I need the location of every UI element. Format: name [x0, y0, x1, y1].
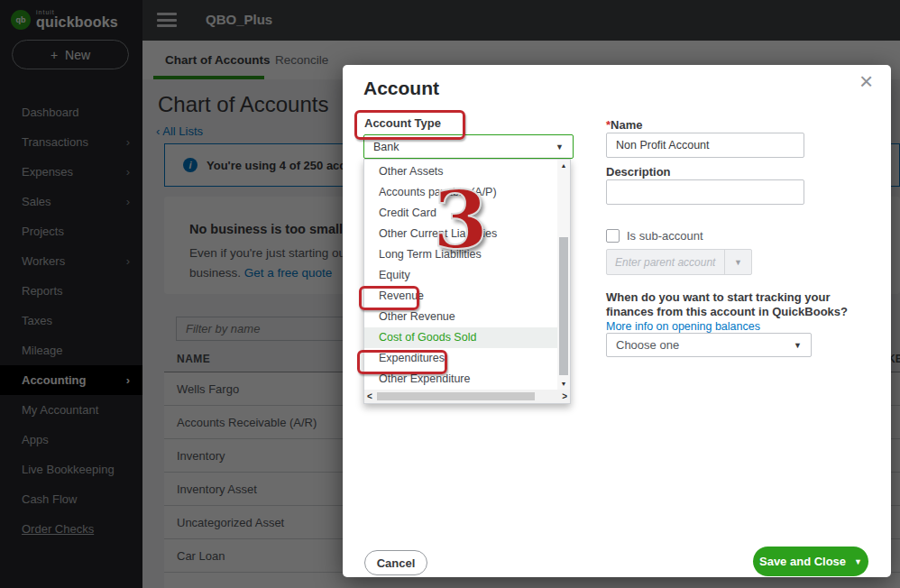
chevron-down-icon: ▼	[724, 250, 751, 274]
description-label: Description	[606, 165, 671, 179]
dropdown-item-other-revenue[interactable]: Other Revenue	[364, 307, 557, 327]
chevron-down-icon: ▼	[854, 557, 862, 566]
dropdown-item-expenditures[interactable]: Expenditures	[364, 348, 557, 369]
dropdown-item-accounts-payable[interactable]: Accounts payable (A/P)	[364, 181, 557, 202]
parent-account-placeholder: Enter parent account	[607, 256, 724, 269]
dropdown-vertical-scrollbar[interactable]: ▲ ▼	[557, 160, 570, 390]
account-type-dropdown: Other Assets Accounts payable (A/P) Cred…	[363, 159, 571, 404]
dropdown-horizontal-scrollbar[interactable]: < >	[364, 390, 570, 403]
tracking-start-select[interactable]: Choose one ▼	[606, 333, 812, 357]
scroll-down-icon[interactable]: ▼	[561, 378, 567, 390]
tracking-question-line1: When do you want to start tracking your	[606, 290, 830, 304]
is-sub-account-label: Is sub-account	[627, 229, 703, 243]
save-and-close-button[interactable]: Save and Close ▼	[753, 547, 868, 576]
dropdown-item-long-term-liabilities[interactable]: Long Term Liabilities	[364, 243, 557, 264]
dropdown-item-cost-of-goods-sold[interactable]: Cost of Goods Sold	[364, 327, 557, 348]
is-sub-account-checkbox[interactable]	[606, 229, 620, 243]
name-label: *Name	[606, 116, 642, 133]
close-icon[interactable]: ×	[859, 69, 873, 93]
account-type-value: Bank	[373, 141, 399, 153]
chevron-down-icon: ▼	[794, 341, 802, 350]
tracking-question-line2: finances from this account in QuickBooks…	[606, 305, 848, 318]
dropdown-item-other-current-liabilities[interactable]: Other Current Liabilities	[364, 223, 557, 243]
account-type-select[interactable]: Bank ▼	[363, 134, 574, 159]
dropdown-item-revenue[interactable]: Revenue	[364, 286, 557, 307]
cancel-button[interactable]: Cancel	[364, 550, 427, 575]
scroll-up-icon[interactable]: ▲	[561, 160, 567, 171]
account-modal: × Account Account Type Bank ▼ Other Asse…	[343, 65, 891, 577]
name-input[interactable]	[606, 133, 804, 158]
dropdown-item-equity[interactable]: Equity	[364, 264, 557, 285]
parent-account-select: Enter parent account ▼	[606, 249, 752, 275]
scroll-left-icon[interactable]: <	[367, 392, 372, 401]
more-info-link[interactable]: More info on opening balances	[606, 320, 760, 333]
save-and-close-label: Save and Close	[759, 555, 846, 568]
description-input[interactable]	[606, 179, 804, 205]
chevron-down-icon: ▼	[556, 142, 564, 152]
dropdown-item-credit-card[interactable]: Credit Card	[364, 202, 557, 223]
quickbooks-app: qb intuit quickbooks + New Dashboard Tra…	[0, 0, 900, 588]
account-type-label: Account Type	[364, 116, 441, 130]
horizontal-scroll-thumb[interactable]	[377, 392, 535, 400]
dropdown-item-other-expenditure[interactable]: Other Expenditure	[364, 369, 557, 390]
dropdown-item-other-assets[interactable]: Other Assets	[364, 161, 557, 181]
modal-title: Account	[363, 78, 439, 99]
scroll-right-icon[interactable]: >	[562, 392, 567, 401]
tracking-start-value: Choose one	[616, 338, 679, 352]
vertical-scroll-thumb[interactable]	[559, 237, 568, 375]
